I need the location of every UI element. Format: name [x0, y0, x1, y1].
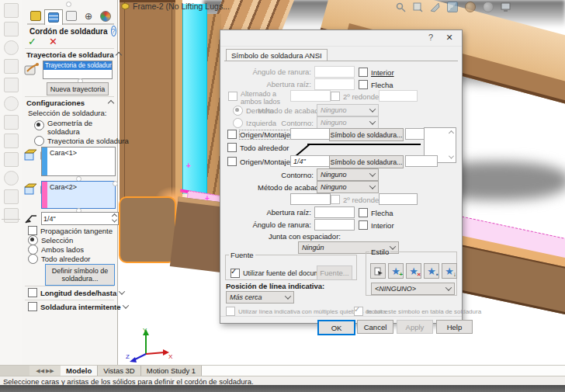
checkbox-box[interactable] — [227, 130, 237, 139]
dialog-titlebar[interactable]: ? ✕ — [220, 30, 462, 47]
pm-section-length[interactable]: Longitud desde/hasta — [28, 288, 112, 297]
toolbar-icon[interactable] — [4, 22, 19, 36]
radio-dot[interactable] — [34, 120, 44, 130]
toolbar-icon[interactable] — [4, 59, 19, 74]
toolbar-icon[interactable] — [4, 189, 19, 204]
checkbox-box[interactable] — [226, 307, 235, 316]
face-item[interactable]: Cara<2> — [47, 182, 79, 208]
checkbox-box[interactable] — [228, 92, 237, 101]
checkbox-box[interactable] — [231, 269, 240, 278]
cancel-button[interactable]: Cancel — [357, 320, 393, 334]
weld-size-spinner[interactable]: 1/4" — [41, 212, 119, 225]
new-path-button[interactable]: Nueva trayectoria — [47, 82, 109, 95]
weld-path-item[interactable]: Trayectoria de soldadura1 — [43, 61, 112, 70]
checkbox-all-around[interactable]: Todo alrededor — [227, 143, 289, 152]
checkbox-second-fillet[interactable]: 2º redondeo — [331, 195, 383, 204]
checkbox-box[interactable] — [28, 302, 37, 311]
spinner-arrows[interactable] — [113, 214, 116, 223]
hide-show-icon[interactable] — [483, 2, 494, 12]
face-listbox-1[interactable]: Cara<1> — [41, 147, 116, 176]
checkbox-field-weld-arrow[interactable]: Origen/Montaje — [227, 157, 290, 166]
checkbox-second-fillet-top[interactable]: 2º redondeo — [331, 92, 383, 101]
foot-pad[interactable] — [119, 196, 176, 263]
dialog-tab-ansi[interactable]: Símbolo de soldadura ANSI — [226, 49, 328, 61]
checkbox-field-weld-other[interactable]: Origen/Montaje — [227, 130, 290, 139]
load-style-button[interactable] — [370, 263, 386, 279]
pm-tab-part[interactable] — [27, 9, 44, 25]
face-listbox-2[interactable]: Cara<2> — [41, 181, 116, 209]
scroll-up-icon[interactable] — [449, 130, 454, 136]
toolbar-icon[interactable] — [4, 40, 19, 55]
ok-button[interactable]: OK — [317, 320, 355, 335]
checkbox-inside[interactable]: Interior — [359, 220, 394, 230]
checkbox-arrow[interactable]: Flecha — [359, 208, 393, 217]
contour-select-top[interactable]: Ninguno — [317, 116, 379, 129]
feature-tree-root[interactable]: Frame-2 (No Lifting Lugs... — [120, 2, 230, 11]
view-orientation-icon[interactable] — [447, 2, 458, 12]
tab-scroll-buttons[interactable]: ◀◀ ▶▶ — [29, 366, 61, 376]
tab-vistas-3d[interactable]: Vistas 3D — [98, 366, 140, 376]
panel-splitter-handle[interactable] — [113, 181, 118, 186]
scene-icon[interactable] — [501, 2, 511, 12]
fillet-size2-input[interactable] — [379, 193, 418, 205]
weld-symbol-button-arrow[interactable]: Símbolo de soldadura... — [329, 155, 404, 168]
radio-dot[interactable] — [233, 106, 243, 116]
fillet-size-input-top[interactable] — [290, 90, 331, 102]
collapse-icon[interactable] — [108, 99, 114, 106]
checkbox-box[interactable] — [359, 208, 368, 217]
radio-dot[interactable] — [28, 254, 38, 264]
weld-symbol-button-other[interactable]: Símbolo de soldadura... — [329, 128, 404, 141]
dialog-help-button[interactable]: ? — [425, 33, 437, 42]
add-style-button[interactable]: ★+ — [388, 263, 404, 279]
pm-tab-configurations[interactable] — [63, 9, 80, 25]
radio-all-around[interactable]: Todo alrededor — [28, 254, 90, 264]
root-opening-input[interactable] — [314, 78, 355, 90]
leader-position-select[interactable]: Más cerca — [226, 291, 294, 304]
contour-select[interactable]: Ninguno — [317, 168, 379, 181]
checkbox-tangent-propagation[interactable]: Propagación tangente — [28, 226, 113, 235]
toolbar-icon[interactable] — [4, 171, 19, 186]
toolbar-icon[interactable] — [4, 96, 19, 111]
checkbox-stagger[interactable]: Alternado a ambos lados — [228, 90, 286, 106]
weld-path-listbox[interactable]: Trayectoria de soldadura1 — [43, 61, 113, 79]
dialog-close-button[interactable]: ✕ — [443, 33, 456, 43]
checkbox-box[interactable] — [359, 80, 368, 89]
other-size-input[interactable] — [290, 128, 331, 140]
root-opening-input[interactable] — [314, 206, 355, 218]
arrow-symbol-input[interactable] — [405, 155, 438, 167]
display-style-icon[interactable] — [465, 2, 476, 12]
pm-section-path[interactable]: Trayectoria de soldadura — [26, 50, 113, 59]
panel-resize-handle[interactable] — [66, 2, 71, 7]
save-style-button[interactable]: ★▪ — [424, 263, 439, 279]
checkbox-box[interactable] — [354, 307, 363, 316]
zoom-fit-icon[interactable] — [396, 2, 406, 12]
apply-button[interactable]: Apply — [397, 320, 433, 334]
checkbox-arrow-top[interactable]: Flecha — [359, 80, 393, 89]
finish-method-select-top[interactable]: Ninguno — [317, 104, 379, 116]
weld-size-value[interactable]: 1/4" — [43, 215, 56, 223]
delete-style-button[interactable]: ★× — [406, 263, 421, 279]
checkbox-include-table[interactable]: Incluir este símbolo en tabla de soldadu… — [354, 307, 481, 316]
font-button[interactable]: Fuente... — [317, 265, 352, 280]
fillet-size-input[interactable] — [290, 193, 331, 205]
radio-weld-path[interactable]: Trayectoria de soldadura — [34, 136, 129, 146]
pm-section-config[interactable]: Configuraciones — [26, 99, 113, 107]
define-weld-symbol-button[interactable]: Definir símbolo de soldadura... — [45, 264, 115, 286]
toolbar-icon[interactable] — [4, 78, 19, 92]
toolbar-icon[interactable] — [4, 134, 19, 148]
pm-section-intermittent[interactable]: Soldadura intermitente — [28, 302, 112, 311]
pm-help-icon[interactable]: ? — [111, 26, 116, 36]
fillet-size2-input-top[interactable] — [379, 90, 418, 102]
arrow-size-input[interactable]: 1/4" — [290, 155, 331, 167]
zoom-area-icon[interactable] — [413, 2, 423, 12]
radio-dot[interactable] — [34, 136, 44, 146]
style-select[interactable]: <NINGUNO> — [371, 283, 455, 295]
face-item[interactable]: Cara<1> — [47, 147, 79, 175]
toolbar-icon[interactable] — [4, 152, 19, 167]
checkbox-box[interactable] — [227, 143, 237, 152]
help-button[interactable]: Help — [436, 320, 473, 334]
brace-strip[interactable] — [206, 14, 221, 199]
toolbar-icon[interactable] — [4, 3, 19, 18]
pm-tab-properties[interactable] — [44, 9, 63, 25]
pm-tab-appearances[interactable] — [97, 9, 114, 25]
